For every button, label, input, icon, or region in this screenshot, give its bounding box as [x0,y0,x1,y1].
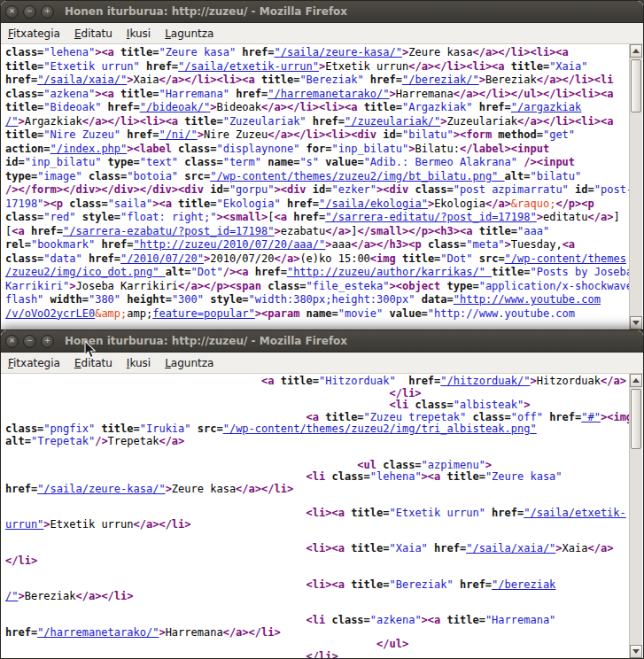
close-button[interactable]: ✕ [5,335,19,348]
close-button[interactable]: ✕ [5,5,19,19]
source-link[interactable]: "/wp-content/themes/zuzeu2/img/bt_bilatu… [210,170,504,182]
menu-fitxategia[interactable]: Fitxategia [1,24,67,43]
source-token: "Adib.: Bermeo Alakrana" [364,156,524,168]
source-link[interactable]: "/saila/zeure-kasa/" [37,484,166,495]
source-token: Zeure kasa [172,484,236,495]
source-link[interactable]: "/saila/zeure-kasa/" [274,46,402,58]
source-link[interactable]: "http://zuzeu/2010/07/20/aaa/" [134,238,326,251]
mnemonic: L [165,27,171,40]
source-link[interactable]: /" [5,591,18,602]
mnemonic: F [8,27,13,40]
source-link[interactable]: urrun" [5,519,43,531]
source-token: title= [5,101,43,113]
vertical-scrollbar[interactable] [629,374,642,658]
source-token: "Trepetak" [31,436,95,447]
source-token: </li> [5,555,37,567]
source-token: title= [5,60,43,73]
maximize-icon: + [44,8,50,15]
source-link[interactable]: "/wp-content/themes [505,252,626,265]
source-link[interactable]: "/hitzorduak/" [440,376,530,387]
source-token: ><a [152,198,178,210]
maximize-button[interactable]: + [41,335,54,348]
source-link[interactable]: "/bideoak/" [140,101,210,113]
source-token: title= [351,543,389,554]
source-token: "gorpu" [229,183,275,196]
menu-laguntza[interactable]: Laguntza [158,24,221,43]
source-link[interactable]: "/sarrera-editatu/?post_id=17198" [325,211,536,223]
scroll-up-button[interactable] [630,374,642,387]
scroll-up-button[interactable] [630,44,642,58]
source-token: name= [306,307,338,320]
source-token: href= [5,484,37,495]
source-link[interactable]: "/zuzeulariak/" [345,115,440,128]
source-link[interactable]: "/index.php" [50,143,128,155]
source-token: href= [108,101,140,113]
source-token: Harremana [166,627,223,639]
source-link[interactable]: "/sarrera-ezabatu/?post_id=17198" [63,225,274,237]
source-token: </a></li><li><a [472,46,568,58]
source-token: "Dot" [440,252,478,265]
arrow-up-icon [632,49,640,53]
source-token: > [274,225,280,237]
vertical-scrollbar[interactable] [629,44,642,330]
source-token: Bereziak [25,591,76,602]
source-token: style= [210,293,248,306]
source-token: "displaynone" [216,143,306,155]
source-line: class="azkena"><a title="Harremana" href… [5,88,629,102]
titlebar[interactable]: ✕ − + Honen iturburua: http://zuzeu/ - M… [1,330,643,353]
source-token: Etxetik urrun [50,519,134,531]
source-link[interactable]: "/argazkiak [511,101,581,113]
menu-fitxategia[interactable]: Fitxategia [1,353,67,373]
scroll-down-button[interactable] [630,316,642,330]
source-token: "get" [543,128,575,141]
menu-laguntza[interactable]: Laguntza [158,353,221,373]
source-token: action= [5,143,50,155]
source-link[interactable]: "/saila/xaia/" [466,543,555,554]
maximize-button[interactable]: + [41,5,54,19]
source-link[interactable]: "/harremanetarako/" [37,627,159,639]
source-line: /zuzeu2/img/ico_dot.png" alt="Dot"/><a h… [5,266,629,280]
source-link[interactable]: "/bereziak [492,579,555,591]
source-link[interactable]: "/ni/" [159,128,197,141]
source-link[interactable]: "/2010/07/20" [120,252,204,265]
source-token: class= [178,143,216,155]
source-line: class="pngfix" title="Irukia" src="/wp-c… [5,423,629,436]
source-link[interactable]: "#" [581,412,601,423]
source-link[interactable]: "/saila/ekologia" [319,198,428,210]
source-link[interactable]: /zuzeu2/img/ico_dot.png" [5,266,166,278]
menu-editatu[interactable]: Editatu [67,24,120,43]
menu-ikusi[interactable]: Ikusi [120,353,158,373]
source-link[interactable]: "/bereziak/" [402,74,479,86]
source-link[interactable]: feature=popular" [152,307,255,320]
source-link[interactable]: /v/oVoO2ycrLE0 [5,307,95,320]
source-token: editatu [543,211,588,223]
source-token: "Posts by Joseba [530,266,629,278]
source-line: <li><a title="Bereziak" href="/bereziak [5,579,629,592]
titlebar[interactable]: ✕ − + Honen iturburua: http://zuzeu/ - M… [1,1,643,23]
source-token: Tuesday, [511,238,563,251]
source-token: class= [89,170,127,182]
mnemonic: I [127,357,130,369]
source-link[interactable]: "/saila/etxetik-urrun" [178,60,319,73]
menu-ikusi[interactable]: Ikusi [120,24,158,43]
source-link[interactable]: "/saila/xaia/" [37,74,127,86]
minimize-button[interactable]: − [23,5,36,19]
source-link[interactable]: "/saila/etxetik- [524,508,626,519]
source-token: "Bideoak" [43,101,107,113]
source-token: </a></li><li><a [82,115,185,128]
scrollbar-thumb[interactable] [631,59,641,112]
source-token: </a></li> [134,519,191,531]
source-link[interactable]: /" [5,115,18,128]
scrollbar-thumb[interactable] [631,389,641,449]
source-link[interactable]: "http://www.youtube.com [454,293,601,306]
scroll-down-button[interactable] [630,645,642,658]
source-link[interactable]: "http://zuzeu/author/karrikas/" [287,266,492,278]
source-token: "post- [594,183,629,196]
source-token: ><a [95,88,120,100]
source-token: class= [415,399,453,411]
minimize-button[interactable]: − [23,335,36,348]
source-link[interactable]: "/wp-content/themes/zuzeu2/img/tri_albis… [223,423,537,435]
source-token: Bilatu: [415,143,460,155]
source-line: <ul class="azpimenu"> [5,460,629,472]
source-link[interactable]: "/harremanetarako/" [268,88,389,100]
